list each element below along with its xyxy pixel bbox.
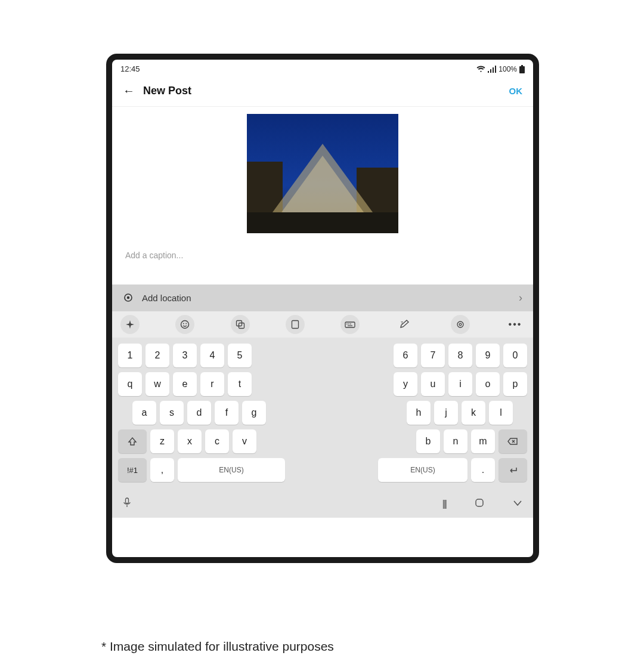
battery-icon (519, 65, 525, 73)
add-location-row[interactable]: Add location › (112, 285, 533, 311)
settings-gear-icon[interactable] (451, 315, 470, 334)
key-a[interactable]: a (132, 401, 156, 425)
key-2[interactable]: 2 (145, 344, 169, 367)
svg-rect-18 (348, 326, 352, 326)
split-keyboard: 1 2 3 4 5 6 7 8 9 0 q w e r t (112, 338, 533, 491)
key-w[interactable]: w (145, 372, 169, 396)
post-image-container (112, 107, 533, 233)
svg-rect-23 (476, 499, 483, 506)
key-8[interactable]: 8 (448, 344, 472, 367)
comma-key[interactable]: , (150, 458, 174, 482)
keyboard-toolbar: T ••• (112, 311, 533, 338)
key-3[interactable]: 3 (173, 344, 197, 367)
svg-rect-13 (292, 321, 298, 329)
home-icon[interactable] (475, 498, 484, 510)
key-q[interactable]: q (118, 372, 142, 396)
clipboard-icon[interactable] (286, 315, 305, 334)
signal-icon (488, 66, 496, 73)
key-9[interactable]: 9 (476, 344, 500, 367)
key-f[interactable]: f (215, 401, 239, 425)
key-n[interactable]: n (444, 429, 467, 453)
space-key-left[interactable]: EN(US) (178, 458, 285, 482)
key-t[interactable]: t (228, 372, 252, 396)
wifi-icon (476, 66, 485, 73)
ai-sparkle-icon[interactable] (120, 315, 140, 334)
keyboard-modes-icon[interactable] (340, 315, 360, 334)
key-b[interactable]: b (416, 429, 440, 453)
key-7[interactable]: 7 (421, 344, 445, 367)
key-5[interactable]: 5 (228, 344, 252, 367)
backspace-key[interactable] (499, 429, 527, 453)
status-time: 12:45 (120, 64, 140, 73)
key-y[interactable]: y (394, 372, 417, 396)
footnote-text: * Image simulated for illustrative purpo… (101, 639, 334, 654)
add-location-label: Add location (142, 293, 191, 303)
system-nav-bar: ||| (112, 491, 533, 518)
location-pin-icon (123, 293, 134, 304)
key-g[interactable]: g (242, 401, 266, 425)
key-6[interactable]: 6 (394, 344, 417, 367)
svg-rect-1 (490, 69, 491, 73)
more-icon[interactable]: ••• (506, 315, 525, 334)
emoji-icon[interactable] (175, 315, 194, 334)
key-i[interactable]: i (448, 372, 472, 396)
recents-icon[interactable]: ||| (442, 499, 446, 509)
translate-icon[interactable] (231, 315, 250, 334)
key-o[interactable]: o (476, 372, 500, 396)
key-4[interactable]: 4 (200, 344, 224, 367)
key-l[interactable]: l (489, 401, 513, 425)
key-d[interactable]: d (187, 401, 211, 425)
caption-placeholder: Add a caption... (125, 251, 183, 260)
key-c[interactable]: c (205, 429, 229, 453)
svg-rect-14 (345, 322, 355, 327)
device-notch (287, 54, 358, 60)
key-h[interactable]: h (407, 401, 431, 425)
key-z[interactable]: z (150, 429, 174, 453)
key-r[interactable]: r (200, 372, 224, 396)
handwriting-icon[interactable]: T (395, 315, 414, 334)
status-bar: 12:45 100% (112, 60, 533, 77)
svg-point-7 (127, 296, 129, 298)
key-p[interactable]: p (503, 372, 527, 396)
svg-rect-3 (495, 66, 496, 73)
key-v[interactable]: v (233, 429, 256, 453)
back-icon[interactable]: ← (123, 84, 135, 98)
chevron-right-icon: › (519, 292, 522, 304)
post-image[interactable] (247, 114, 398, 233)
svg-rect-2 (493, 67, 494, 73)
shift-key[interactable] (118, 429, 147, 453)
key-k[interactable]: k (462, 401, 485, 425)
svg-rect-0 (488, 71, 489, 73)
key-x[interactable]: x (178, 429, 202, 453)
svg-point-8 (181, 321, 189, 329)
key-m[interactable]: m (471, 429, 495, 453)
mic-icon[interactable] (123, 497, 131, 511)
period-key[interactable]: . (471, 458, 495, 482)
svg-rect-16 (348, 324, 349, 324)
battery-percent: 100% (499, 65, 517, 73)
svg-point-20 (457, 321, 463, 327)
svg-rect-22 (126, 498, 129, 503)
caption-input[interactable]: Add a caption... (112, 233, 533, 285)
key-s[interactable]: s (160, 401, 184, 425)
page-title: New Post (143, 85, 191, 97)
key-0[interactable]: 0 (503, 344, 527, 367)
svg-rect-5 (519, 66, 525, 73)
svg-rect-15 (346, 324, 348, 324)
status-indicators: 100% (476, 65, 525, 73)
space-key-right[interactable]: EN(US) (378, 458, 467, 482)
svg-point-10 (186, 323, 187, 324)
enter-key[interactable] (499, 458, 527, 482)
key-u[interactable]: u (421, 372, 445, 396)
svg-rect-4 (521, 65, 523, 66)
device-frame: 12:45 100% ← New Post OK Add a caption..… (106, 54, 539, 563)
symbols-key[interactable]: !#1 (118, 458, 147, 482)
back-nav-icon[interactable] (513, 499, 522, 509)
key-e[interactable]: e (173, 372, 197, 396)
svg-point-21 (459, 323, 462, 326)
svg-rect-17 (350, 324, 351, 324)
ok-button[interactable]: OK (509, 86, 523, 96)
svg-point-9 (183, 323, 184, 324)
key-1[interactable]: 1 (118, 344, 142, 367)
key-j[interactable]: j (434, 401, 458, 425)
